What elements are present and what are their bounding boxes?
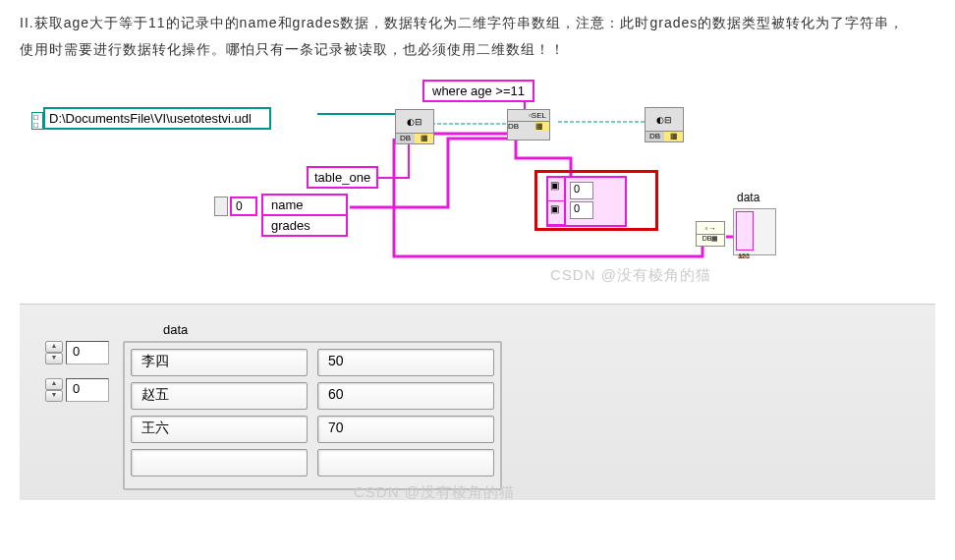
front-panel: data ▲▼ 0 ▲▼ 0 李四 50 赵五 60 王六 70 <box>20 304 935 500</box>
cell-name[interactable]: 李四 <box>131 349 308 376</box>
spin-up-icon[interactable]: ▲ <box>45 378 63 390</box>
data-indicator-terminal: 123 abc <box>733 208 776 255</box>
spin-down-icon[interactable]: ▼ <box>45 353 63 364</box>
cell-name[interactable]: 王六 <box>131 416 308 443</box>
table-row: 赵五 60 <box>131 382 494 410</box>
cell-grade[interactable]: 70 <box>317 416 494 443</box>
table-row <box>131 449 494 476</box>
cell-grade[interactable]: 50 <box>317 349 494 376</box>
cell-name[interactable]: 赵五 <box>131 382 308 410</box>
col-index-value[interactable]: 0 <box>66 378 109 402</box>
col-index-spinner[interactable]: ▲▼ 0 <box>45 378 109 402</box>
table-row: 李四 50 <box>131 349 494 376</box>
udl-path-box: □□ D:\DocumentsFile\VI\usetotestvi.udl <box>43 107 271 130</box>
col-grades: grades <box>263 216 346 235</box>
where-clause-box: where age >=11 <box>422 80 534 102</box>
db-close-node: ◐⊟DB▦ <box>645 107 684 142</box>
arr-idx-0: 0 <box>570 182 593 199</box>
table-row: 王六 70 <box>131 416 494 443</box>
row-index-value[interactable]: 0 <box>66 341 109 364</box>
array-2d-index: ▣▣ 0 0 <box>546 176 627 227</box>
cell-empty[interactable] <box>317 449 494 476</box>
db-select-node: ▫SEL DB▦ <box>507 109 550 140</box>
db-open-node: ◐⊟DB▦ <box>395 109 434 144</box>
row-index-spinner[interactable]: ▲▼ 0 <box>45 341 109 364</box>
columns-index: 0 <box>230 196 257 216</box>
block-diagram: where age >=11 □□ D:\DocumentsFile\VI\us… <box>20 80 935 296</box>
data-indicator-label: data <box>737 191 759 204</box>
spin-down-icon[interactable]: ▼ <box>45 390 63 402</box>
convert-node: ▫→ DB▦ <box>696 221 725 247</box>
watermark-1: CSDN @没有棱角的猫 <box>550 266 711 285</box>
data-grid: 李四 50 赵五 60 王六 70 <box>123 341 502 490</box>
path-type-tag: □□ <box>31 112 43 130</box>
columns-array: name grades <box>261 194 348 237</box>
cell-grade[interactable]: 60 <box>317 382 494 410</box>
cell-empty[interactable] <box>131 449 308 476</box>
data-table-label: data <box>163 322 910 337</box>
instruction-text: II.获取age大于等于11的记录中的name和grades数据，数据转化为二维… <box>20 10 935 62</box>
table-name-box: table_one <box>307 166 378 189</box>
arr-idx-1: 0 <box>570 201 593 219</box>
spin-up-icon[interactable]: ▲ <box>45 341 63 353</box>
col-name: name <box>263 196 346 216</box>
idx-arrow-ctrl <box>214 196 228 216</box>
